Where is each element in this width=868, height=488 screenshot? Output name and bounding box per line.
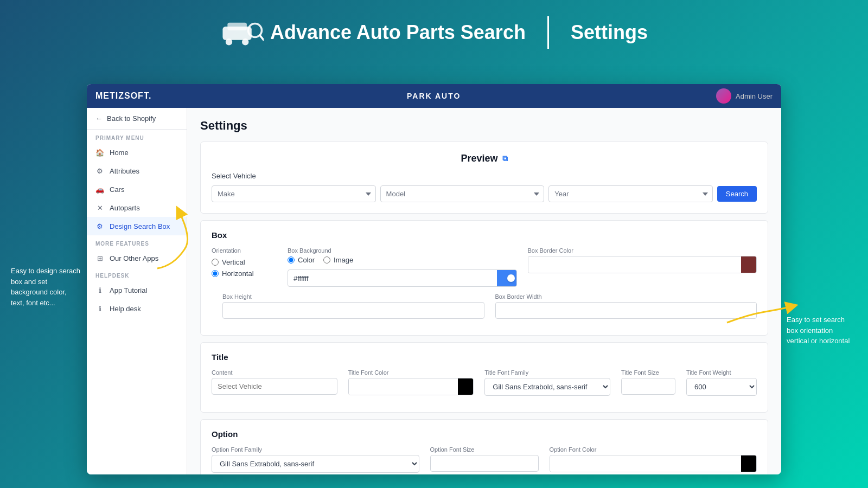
help-desk-icon: ℹ <box>95 304 104 313</box>
sidebar-home-label: Home <box>110 149 129 157</box>
cars-icon: 🚗 <box>95 185 104 194</box>
option-font-family-label: Option Font Family <box>212 446 419 453</box>
title-font-size-input[interactable]: 20 <box>621 378 675 395</box>
sidebar-item-autoparts[interactable]: ✕ Autoparts <box>87 198 187 217</box>
bg-image-radio[interactable] <box>323 256 330 264</box>
sidebar-item-cars[interactable]: 🚗 Cars <box>87 180 187 198</box>
bg-image-text: Image <box>334 256 353 264</box>
toggle-knob <box>507 274 515 282</box>
title-form-row: Content Title Font Color #000000 Title F… <box>212 369 757 396</box>
sidebar-attributes-label: Attributes <box>110 167 139 175</box>
option-section: Option Option Font Family Gill Sans Extr… <box>200 419 768 474</box>
avatar <box>716 88 731 104</box>
sidebar-item-app-tutorial[interactable]: ℹ App Tutorial <box>87 281 187 299</box>
topbar: METIZSOFT. PARK AUTO Admin User <box>87 84 781 108</box>
horizontal-radio[interactable] <box>212 270 219 277</box>
title-font-weight-select[interactable]: 600 <box>686 378 757 396</box>
model-select[interactable]: Model <box>380 185 545 202</box>
orientation-radios: Vertical Horizontal <box>212 256 277 278</box>
app-window: METIZSOFT. PARK AUTO Admin User ← Back t… <box>87 84 781 474</box>
year-select[interactable]: Year <box>548 185 713 202</box>
title-content-input[interactable] <box>212 378 337 395</box>
svg-point-2 <box>226 38 232 45</box>
bg-color-value: #ffffff <box>288 271 497 286</box>
option-font-color-input[interactable]: #000000 <box>550 456 742 472</box>
topbar-store-name: PARK AUTO <box>151 92 716 100</box>
app-tutorial-icon: ℹ <box>95 286 104 294</box>
box-section-heading: Box <box>212 230 757 240</box>
option-section-heading: Option <box>212 429 757 439</box>
home-icon: 🏠 <box>95 148 104 157</box>
sidebar-item-other-apps[interactable]: ⊞ Our Other Apps <box>87 249 187 267</box>
box-height-input[interactable]: 80 <box>222 302 484 319</box>
option-font-family-group: Option Font Family Gill Sans Extrabold, … <box>212 446 419 473</box>
option-font-size-input[interactable]: 14 <box>430 455 539 472</box>
title-section: Title Content Title Font Color #000000 <box>200 342 768 413</box>
title-font-color-group: Title Font Color #000000 <box>348 369 474 395</box>
back-arrow-icon: ← <box>95 114 103 123</box>
sidebar-design-search-box-label: Design Search Box <box>110 222 170 230</box>
box-height-group: Box Height 80 <box>222 293 484 319</box>
orientation-group: Orientation Vertical Horizontal <box>212 247 277 278</box>
sidebar-item-home[interactable]: 🏠 Home <box>87 143 187 162</box>
box-background-label: Box Background <box>288 247 517 254</box>
bg-color-radio[interactable] <box>288 256 295 264</box>
primary-menu-label: PRIMARY MENU <box>87 130 187 143</box>
attributes-icon: ⚙ <box>95 166 104 175</box>
vertical-radio-label[interactable]: Vertical <box>212 258 277 266</box>
autoparts-icon: ✕ <box>95 203 104 212</box>
title-font-color-swatch[interactable] <box>458 378 473 395</box>
bg-color-text: Color <box>298 256 315 264</box>
box-border-width-input[interactable]: 0 <box>495 302 757 319</box>
bg-toggle[interactable] <box>497 270 516 286</box>
back-to-shopify-link[interactable]: ← Back to Shopify <box>87 108 187 130</box>
make-select[interactable]: Make <box>212 185 376 202</box>
title-font-color-input[interactable]: #000000 <box>349 379 458 395</box>
design-search-box-icon: ⚙ <box>95 222 104 230</box>
sidebar-item-attributes[interactable]: ⚙ Attributes <box>87 162 187 180</box>
car-search-icon <box>220 16 264 49</box>
sidebar-item-help-desk[interactable]: ℹ Help desk <box>87 299 187 318</box>
title-content-label: Content <box>212 369 337 376</box>
vertical-radio-text: Vertical <box>222 258 245 266</box>
box-form-row-2: Box Height 80 Box Border Width 0 <box>212 293 757 319</box>
image-radio-label[interactable]: Image <box>323 256 353 264</box>
other-apps-icon: ⊞ <box>95 254 104 262</box>
box-form-row-1: Orientation Vertical Horizontal <box>212 247 757 287</box>
select-vehicle-label: Select Vehicle <box>212 172 757 180</box>
option-font-color-group: Option Font Color #000000 <box>550 446 757 472</box>
sidebar-app-tutorial-label: App Tutorial <box>110 286 147 294</box>
box-section: Box Orientation Vertical Horizontal <box>200 220 768 336</box>
box-background-group: Box Background Color Image <box>288 247 517 287</box>
title-font-family-label: Title Font Family <box>484 369 610 376</box>
header-logo-area: Advance Auto Parts Search <box>220 16 526 49</box>
sidebar-item-design-search-box[interactable]: ⚙ Design Search Box <box>87 217 187 235</box>
box-border-color-group: Box Border Color #782e2e <box>528 247 757 273</box>
external-link-icon[interactable]: ⧉ <box>502 154 508 163</box>
option-font-color-swatch[interactable] <box>741 455 756 472</box>
topbar-username: Admin User <box>736 92 773 100</box>
bg-color-input-wrap: #ffffff <box>288 269 517 287</box>
helpdesk-label: HELPDESK <box>87 267 187 281</box>
vertical-radio[interactable] <box>212 259 219 266</box>
top-header: Advance Auto Parts Search Settings <box>0 0 868 60</box>
title-font-weight-group: Title Font Weight 600 <box>686 369 757 396</box>
title-font-family-select[interactable]: Gill Sans Extrabold, sans-serif <box>484 378 610 396</box>
svg-line-5 <box>260 35 264 40</box>
callout-left: Easy to design serach box and set backgr… <box>11 266 81 308</box>
box-border-color-swatch[interactable] <box>741 256 756 273</box>
color-radio-label[interactable]: Color <box>288 256 315 264</box>
horizontal-radio-label[interactable]: Horizontal <box>212 269 277 278</box>
content-area: ← Back to Shopify PRIMARY MENU 🏠 Home ⚙ … <box>87 108 781 474</box>
svg-rect-1 <box>227 23 247 30</box>
option-font-size-label: Option Font Size <box>430 446 539 453</box>
box-border-color-input[interactable]: #782e2e <box>528 257 742 273</box>
box-border-width-label: Box Border Width <box>495 293 757 300</box>
option-font-family-select[interactable]: Gill Sans Extrabold, sans-serif <box>212 455 419 473</box>
box-height-label: Box Height <box>222 293 484 300</box>
preview-card: Preview ⧉ Select Vehicle Make Model Year… <box>200 142 768 214</box>
preview-search-button[interactable]: Search <box>717 186 757 202</box>
title-font-color-label: Title Font Color <box>348 369 474 376</box>
box-border-color-input-wrap: #782e2e <box>528 256 757 273</box>
title-content-group: Content <box>212 369 337 395</box>
